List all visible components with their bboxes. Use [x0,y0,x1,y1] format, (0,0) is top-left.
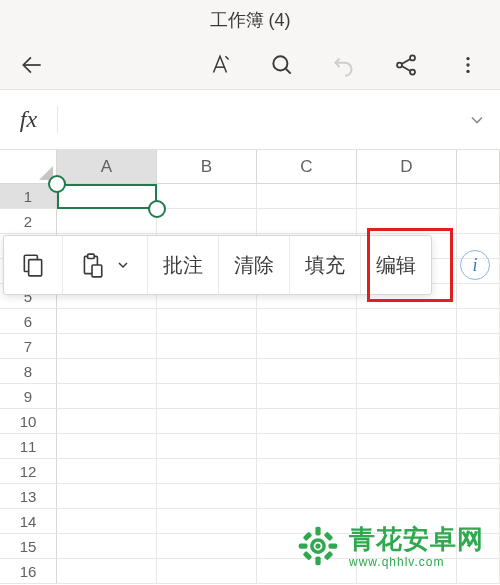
cell[interactable] [357,309,457,334]
cell[interactable] [57,334,157,359]
cell[interactable] [457,334,500,359]
row-header[interactable]: 8 [0,359,57,384]
col-header-C[interactable]: C [257,150,357,184]
spreadsheet[interactable]: A B C D 1 2 3 4 5 6 7 8 9 10 11 12 13 14… [0,150,500,585]
cell[interactable] [57,534,157,559]
cell[interactable] [157,459,257,484]
cell[interactable] [457,209,500,234]
cell[interactable] [157,534,257,559]
copy-button[interactable] [4,236,63,294]
cell[interactable] [257,359,357,384]
clear-button[interactable]: 清除 [219,236,290,294]
cell[interactable] [57,309,157,334]
paste-button[interactable] [63,236,111,294]
share-icon[interactable] [392,51,420,79]
cell[interactable] [157,334,257,359]
cell[interactable] [357,359,457,384]
cell[interactable] [457,384,500,409]
cell[interactable] [57,209,157,234]
row-header[interactable]: 10 [0,409,57,434]
pen-a-icon[interactable] [206,51,234,79]
row-header[interactable]: 13 [0,484,57,509]
undo-icon [330,51,358,79]
cell[interactable] [357,334,457,359]
edit-button[interactable]: 编辑 [361,236,431,294]
row-header[interactable]: 15 [0,534,57,559]
search-icon[interactable] [268,51,296,79]
cell[interactable] [357,484,457,509]
cell[interactable] [357,434,457,459]
row-header[interactable]: 1 [0,184,57,209]
cell[interactable] [257,384,357,409]
cell[interactable] [357,384,457,409]
cell[interactable] [157,184,257,209]
cell[interactable] [357,209,457,234]
col-header-B[interactable]: B [157,150,257,184]
annotate-button[interactable]: 批注 [148,236,219,294]
cell[interactable] [457,359,500,384]
info-badge[interactable]: i [460,250,490,280]
cell[interactable] [57,509,157,534]
watermark: 青花安卓网 www.qhhlv.com [297,522,484,569]
cell[interactable] [457,184,500,209]
select-all-corner[interactable] [0,150,57,184]
cell[interactable] [457,284,500,309]
cell[interactable] [257,309,357,334]
row-header[interactable]: 9 [0,384,57,409]
cell[interactable] [57,359,157,384]
cell[interactable] [257,334,357,359]
cell[interactable] [157,209,257,234]
row-header[interactable]: 2 [0,209,57,234]
cell[interactable] [257,459,357,484]
cell[interactable] [457,484,500,509]
cell[interactable] [157,409,257,434]
cell[interactable] [257,434,357,459]
fill-button[interactable]: 填充 [290,236,361,294]
col-header-edge [457,150,500,184]
cell[interactable] [57,484,157,509]
cell[interactable] [157,559,257,584]
cell[interactable] [357,459,457,484]
cell[interactable] [57,184,157,209]
row-header[interactable]: 6 [0,309,57,334]
cell[interactable] [57,409,157,434]
back-button[interactable] [18,51,46,79]
cell[interactable] [157,484,257,509]
row-header[interactable]: 7 [0,334,57,359]
toolbar [0,40,500,90]
cell[interactable] [157,509,257,534]
cell[interactable] [57,559,157,584]
cell[interactable] [157,384,257,409]
cell[interactable] [357,184,457,209]
paste-dropdown-button[interactable] [111,236,148,294]
cell[interactable] [157,434,257,459]
formula-expand-button[interactable] [454,110,500,130]
cell[interactable] [57,434,157,459]
cell[interactable] [157,359,257,384]
row-header[interactable]: 14 [0,509,57,534]
cell[interactable] [257,484,357,509]
svg-rect-11 [92,265,102,277]
svg-rect-10 [88,254,95,258]
row-header[interactable]: 12 [0,459,57,484]
cell[interactable] [157,309,257,334]
col-header-D[interactable]: D [357,150,457,184]
col-header-A[interactable]: A [57,150,157,184]
row-header[interactable]: 11 [0,434,57,459]
cell[interactable] [457,459,500,484]
cell[interactable] [57,384,157,409]
cell[interactable] [257,209,357,234]
row-header[interactable]: 16 [0,559,57,584]
svg-rect-20 [303,550,313,560]
cell[interactable] [357,409,457,434]
cell[interactable] [57,459,157,484]
cell[interactable] [257,184,357,209]
svg-rect-17 [303,531,313,541]
more-vertical-icon[interactable] [454,51,482,79]
cell[interactable] [257,409,357,434]
cell[interactable] [457,309,500,334]
cell[interactable] [457,409,500,434]
svg-point-3 [410,70,415,75]
cell[interactable] [457,434,500,459]
svg-rect-18 [324,550,334,560]
